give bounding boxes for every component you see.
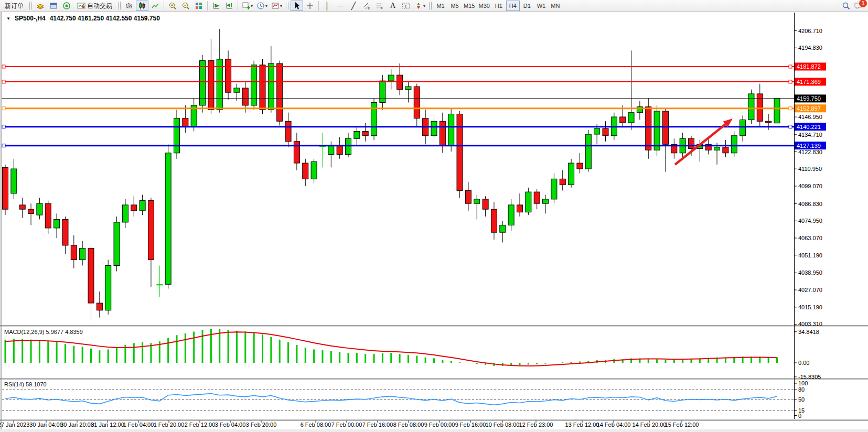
collapse-triangle-icon[interactable]: ▼ [6, 16, 10, 21]
date-tick-label: 7 Feb 00:00 [331, 422, 362, 428]
candle-body [362, 132, 368, 136]
candle [371, 98, 377, 140]
candle-body [122, 205, 128, 222]
candle-body [28, 209, 34, 213]
candle [637, 101, 642, 120]
price-tick-label: 4003.310 [798, 321, 822, 327]
candle [226, 50, 231, 100]
candle [517, 193, 523, 217]
candle [3, 165, 8, 215]
candle [37, 198, 42, 219]
candle-body [380, 81, 385, 102]
candle-body [603, 128, 608, 136]
candle-body [440, 121, 445, 146]
candle-body [208, 61, 214, 110]
date-tick-label: 27 Jan 2023 [0, 422, 29, 428]
candle [311, 159, 317, 183]
price-badge-label: 4181.872 [797, 63, 821, 70]
line-handle[interactable] [789, 65, 792, 68]
candle [491, 202, 497, 240]
candle-body [500, 225, 506, 232]
candle-body [388, 75, 394, 81]
candle [457, 111, 463, 198]
price-tick-label: 4134.710 [798, 132, 822, 138]
candle-body [337, 146, 342, 155]
line-handle[interactable] [2, 125, 5, 128]
line-handle[interactable] [2, 107, 5, 110]
candle-body [234, 88, 240, 92]
candle [569, 159, 574, 188]
rsi-tick-label: 100 [798, 380, 808, 386]
price-tick-label: 4110.950 [798, 166, 822, 172]
candle [671, 138, 677, 159]
candle-body [105, 265, 111, 310]
chart-svg: 4206.7104194.8304146.9504134.7104122.830… [0, 0, 868, 432]
candle [731, 132, 737, 158]
macd-tick-label: 34.8418 [798, 329, 819, 335]
candle-body [483, 199, 488, 209]
candle-body [397, 75, 403, 90]
candle-body [3, 167, 8, 209]
candle-body [294, 142, 299, 163]
candle-body [285, 121, 291, 142]
price-badge-label: 4127.139 [797, 143, 821, 149]
candle-body [328, 146, 334, 155]
line-handle[interactable] [789, 80, 792, 83]
ohlc-values: 4142.750 4161.250 4142.550 4159.750 [50, 15, 160, 22]
candle-body [183, 118, 188, 127]
date-tick-label: 1 Feb 20:00 [154, 422, 185, 428]
candle [551, 173, 557, 203]
date-tick-label: 3 Feb 04:00 [215, 422, 246, 428]
candle-body [628, 113, 634, 123]
candle-body [114, 222, 120, 266]
candle-body [242, 88, 248, 105]
candle [148, 198, 154, 287]
candle-body [54, 219, 60, 228]
candle-body [277, 63, 283, 121]
candle [740, 115, 746, 142]
candle-body [757, 94, 763, 121]
price-tick-label: 4038.950 [798, 269, 822, 276]
date-tick-label: 10 Feb 08:00 [486, 422, 520, 428]
line-handle[interactable] [2, 144, 5, 147]
price-tick-label: 4027.070 [798, 287, 822, 293]
candle-body [62, 219, 68, 245]
candle-body [508, 205, 514, 225]
line-handle[interactable] [789, 125, 792, 128]
candle-body [662, 111, 668, 144]
line-handle[interactable] [2, 80, 5, 83]
date-tick-label: 6 Feb 08:00 [301, 422, 331, 428]
candle-body [689, 138, 694, 148]
candle [388, 69, 394, 90]
line-handle[interactable] [789, 107, 792, 110]
date-tick-label: 30 Jan 04:00 [29, 422, 63, 428]
candle [577, 153, 583, 174]
candle [654, 105, 660, 156]
date-tick-label: 8 Feb 08:00 [393, 422, 424, 428]
candle [757, 84, 763, 127]
candle [294, 133, 299, 170]
candle [71, 235, 77, 268]
macd-tick-label: 0.00 [798, 360, 809, 366]
candle [465, 182, 471, 211]
candle [165, 144, 171, 288]
candle [362, 123, 368, 142]
candle [431, 115, 437, 142]
date-tick-label: 14 Feb 04:00 [597, 422, 631, 428]
price-tick-label: 4051.190 [798, 252, 822, 258]
candle [268, 46, 274, 113]
line-handle[interactable] [2, 65, 5, 68]
candlestick-series [3, 29, 780, 320]
candle-body [577, 163, 583, 169]
price-badge-label: 4152.897 [797, 105, 821, 112]
chart-title: ▼ SP500-,H4 4142.750 4161.250 4142.550 4… [6, 15, 160, 22]
candle-body [148, 201, 154, 260]
candle [140, 195, 145, 215]
candle-body [311, 161, 317, 179]
price-tick-label: 4015.190 [798, 304, 822, 310]
date-tick-label: 13 Feb 12:00 [565, 422, 599, 428]
candle-body [526, 192, 531, 212]
price-badge-label: 4140.221 [797, 124, 821, 130]
date-tick-label: 14 Feb 20:00 [633, 422, 667, 428]
date-tick-label: 12 Feb 23:00 [519, 422, 553, 428]
